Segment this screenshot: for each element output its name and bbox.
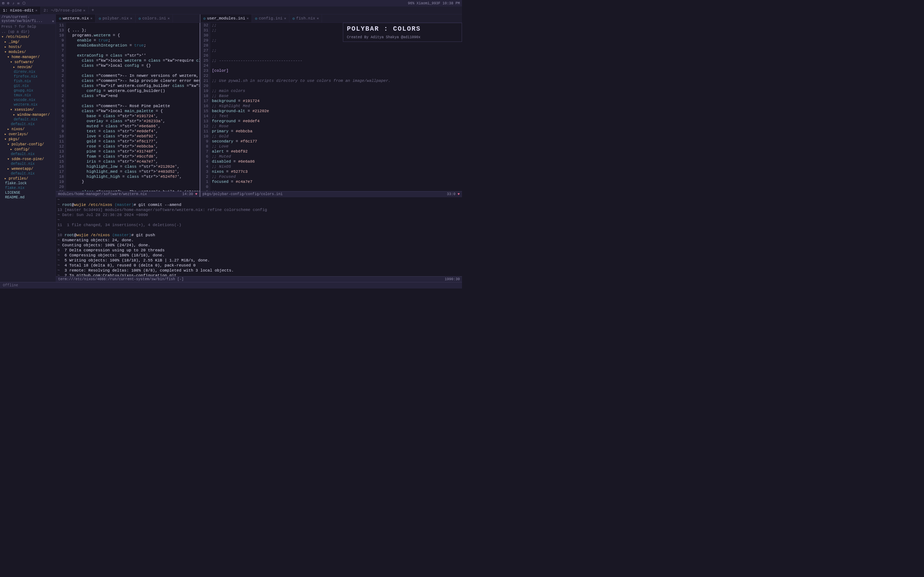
line-number: 0: [58, 83, 64, 89]
left-tab-wezterm[interactable]: ⚙ wezterm.nix ✕: [56, 15, 96, 23]
tree-item[interactable]: tmux.nix: [0, 93, 56, 98]
tree-item[interactable]: gnupg.nix: [0, 89, 56, 93]
code-line: [212, 43, 460, 48]
right-editor-pane: POLYBAR : COLORS Created By Aditya Shaky…: [200, 23, 462, 197]
tree-item[interactable]: ▸ wemeetapp/: [0, 166, 56, 171]
code-line: [212, 53, 460, 58]
tab-1-close[interactable]: ✕: [36, 8, 37, 13]
right-status-pos: 33:0 ♥: [447, 192, 460, 196]
tree-item[interactable]: default.nix: [0, 171, 56, 176]
code-line: ;; Base: [212, 93, 460, 98]
line-number: 2: [58, 93, 64, 98]
right-tab-2-close[interactable]: ✕: [284, 16, 286, 21]
tree-item[interactable]: vscode.nix: [0, 98, 56, 102]
tree-item[interactable]: flake.nix: [0, 186, 56, 190]
line-number: 9: [58, 129, 64, 134]
code-line: [212, 184, 460, 189]
terminal-status-bar: term:///etc/nixos/4086:/run/current-syst…: [56, 276, 462, 282]
left-status-pos: 14:30 ♥: [182, 192, 197, 196]
code-line: class ="comment">-- In newer versions of…: [68, 73, 198, 78]
tree-item[interactable]: ▾ polybar-config/: [0, 142, 56, 147]
tree-item[interactable]: ▸ hosts/: [0, 44, 56, 49]
tree-item[interactable]: ▾ xsession/: [0, 107, 56, 112]
sys-icon-music[interactable]: ♪: [12, 2, 15, 5]
tree-item[interactable]: wezterm.nix: [0, 102, 56, 107]
clock: 10:38 PM: [443, 2, 460, 5]
tree-item[interactable]: README.md: [0, 195, 56, 200]
code-line: primary = #ebbcba: [212, 129, 460, 134]
code-line: enable = true;: [68, 38, 198, 43]
left-tab-1-close[interactable]: ✕: [90, 16, 92, 21]
wezterm-tab-icon: ⚙: [59, 16, 61, 21]
sys-icon-mail[interactable]: ✉: [17, 1, 19, 5]
terminal-line: ~ 5 Writing objects: 100% (18/18), 2.55 …: [56, 258, 462, 263]
sys-icon-settings[interactable]: ⚙: [7, 1, 10, 5]
tree-item[interactable]: ▾ modules/: [0, 49, 56, 55]
line-number: 7: [58, 48, 64, 53]
code-line: pine = class ="str">'#31748f',: [68, 149, 198, 154]
tree-item[interactable]: ▸ _img/: [0, 39, 56, 44]
tree-item[interactable]: flake.lock: [0, 181, 56, 186]
tree-item[interactable]: default.nix: [0, 161, 56, 166]
right-tab-user-modules[interactable]: ⚙ user_modules.ini ✕: [200, 15, 252, 23]
line-number: 9: [202, 139, 208, 144]
fish-tab-icon: ⚙: [292, 16, 295, 21]
tree-item[interactable]: ▾ software/: [0, 60, 56, 64]
tree-item[interactable]: ▸ profiles/: [0, 176, 56, 181]
code-line: ;; Text: [212, 114, 460, 119]
tree-item[interactable]: default.nix: [0, 152, 56, 156]
tree-item[interactable]: direnv.nix: [0, 69, 56, 74]
code-line: muted = class ="str">'#6e6a86',: [68, 124, 198, 129]
tree-item[interactable]: ▾ /etc/nixos/: [0, 34, 56, 39]
code-line: disabled = #6e6a86: [212, 159, 460, 164]
tree-item[interactable]: ▸ config/: [0, 147, 56, 152]
code-line: text = class ="str">'#e0def4',: [68, 129, 198, 134]
terminal-tab-2[interactable]: 2: ~/D/rose-pine ✕: [41, 6, 89, 15]
left-tab-colors[interactable]: ⚙ colors.ini ✕: [136, 15, 173, 23]
left-tab-polybar[interactable]: ⚙ polybar.nix ✕: [96, 15, 135, 23]
left-code-area[interactable]: { ... }; programs.wezterm = { enable = t…: [66, 23, 200, 191]
terminal-area[interactable]: ~ ~ root@wujie /etc/nixos (master)# git …: [56, 197, 462, 276]
tree-item[interactable]: ▸ overlays/: [0, 132, 56, 137]
right-tab-3-close[interactable]: ✕: [317, 16, 319, 21]
code-line: rose = class ="str">'#ebbcba',: [68, 144, 198, 149]
tree-item[interactable]: ▾ home-manager/: [0, 55, 56, 60]
line-number: 17: [202, 98, 208, 103]
tree-item[interactable]: default.nix: [0, 117, 56, 122]
tree-item[interactable]: ▾ pkgs/: [0, 137, 56, 142]
tree-item[interactable]: ▸ neovim/: [0, 64, 56, 69]
right-tab-config[interactable]: ⚙ config.ini ✕: [252, 15, 289, 23]
right-code-area[interactable]: ;;;;;;;;;; -----------------------------…: [210, 23, 462, 191]
line-number: 29: [202, 38, 208, 43]
tree-item[interactable]: fish.nix: [0, 79, 56, 84]
tree-item[interactable]: ▸ nixos/: [0, 127, 56, 132]
tree-item[interactable]: git.nix: [0, 84, 56, 89]
new-tab-button[interactable]: +: [89, 8, 97, 13]
code-line: [212, 73, 460, 78]
terminal-tab-1[interactable]: 1: nixos-edit ✕: [0, 6, 41, 15]
right-editor-content[interactable]: 3231302928272625242322212019181716151413…: [200, 23, 462, 191]
app-icon[interactable]: ⊞: [2, 1, 4, 5]
terminal-line: 13 [master 5c3d493] modules/home-manager…: [56, 207, 462, 213]
right-tab-fish[interactable]: ⚙ fish.nix ✕: [289, 15, 322, 23]
tree-item[interactable]: default.nix: [0, 122, 56, 127]
tree-item[interactable]: firefox.nix: [0, 74, 56, 79]
terminal-line: ~ 3 remote: Resolving deltas: 100% (8/8)…: [56, 268, 462, 273]
tree-item[interactable]: ▸ window-manager/: [0, 112, 56, 117]
sys-icon-hex[interactable]: ⬡: [23, 1, 26, 5]
left-editor-content[interactable]: 1113109876543210123456789101112131415161…: [56, 23, 200, 191]
left-tab-2-close[interactable]: ✕: [130, 16, 132, 21]
tab-2-close[interactable]: ✕: [83, 8, 85, 13]
left-tab-3-close[interactable]: ✕: [168, 16, 170, 21]
file-tree-close[interactable]: ✕: [52, 19, 54, 23]
line-number: 4: [58, 103, 64, 108]
line-number: 10: [202, 134, 208, 139]
line-number: 4: [58, 63, 64, 68]
line-number: 11: [58, 139, 64, 144]
tree-item[interactable]: .. (up a dir): [0, 29, 56, 34]
tree-item[interactable]: ▾ sddm-rose-pine/: [0, 156, 56, 161]
system-bar-left: ⊞ ⚙ ♪ ✉ ⬡: [2, 1, 26, 5]
line-number: 13: [202, 119, 208, 124]
right-tab-1-close[interactable]: ✕: [247, 16, 249, 21]
tree-item[interactable]: LICENSE: [0, 190, 56, 195]
